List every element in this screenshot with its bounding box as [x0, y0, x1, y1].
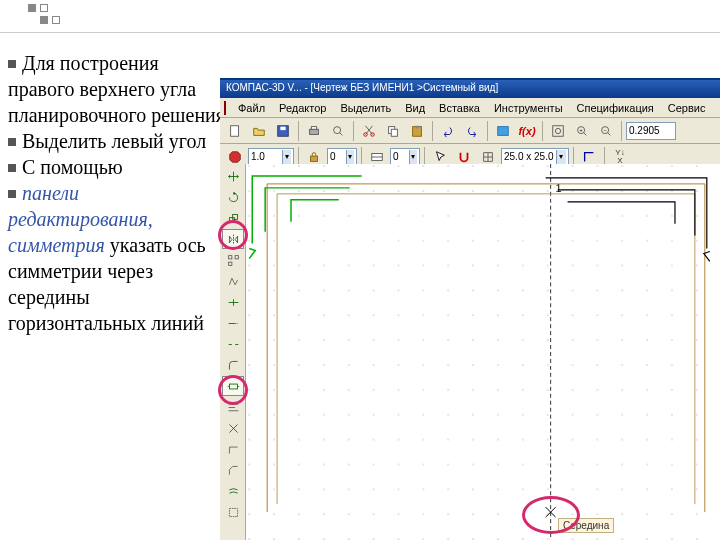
menu-window[interactable]: Ок [713, 100, 720, 116]
redo-button[interactable] [461, 120, 483, 142]
preview-button[interactable] [327, 120, 349, 142]
svg-rect-41 [229, 508, 237, 516]
svg-line-20 [608, 132, 611, 135]
print-button[interactable] [303, 120, 325, 142]
canvas-content: 1 [246, 164, 720, 540]
svg-rect-4 [311, 126, 316, 129]
instruction-text: Для построения правого верхнего угла пла… [8, 50, 228, 336]
copy-array-button[interactable] [222, 250, 244, 270]
equidistant-button[interactable] [222, 481, 244, 501]
trim-button[interactable] [222, 292, 244, 312]
deform-scale-button[interactable] [222, 376, 244, 396]
svg-rect-14 [553, 125, 564, 136]
bullet-2: Выделить левый угол [22, 130, 206, 152]
svg-rect-23 [311, 156, 318, 161]
slide-decoration [0, 0, 180, 40]
menu-view[interactable]: Вид [399, 100, 431, 116]
svg-rect-37 [229, 384, 237, 389]
menu-tools[interactable]: Инструменты [488, 100, 569, 116]
scale-tool-button[interactable] [222, 208, 244, 228]
svg-rect-2 [280, 126, 285, 130]
drawing-canvas[interactable]: 1 [246, 164, 720, 540]
move-button[interactable] [222, 166, 244, 186]
menubar: Файл Редактор Выделить Вид Вставка Инстр… [220, 98, 720, 118]
svg-marker-22 [230, 151, 241, 162]
svg-text:+: + [579, 126, 582, 132]
svg-rect-13 [498, 126, 509, 135]
toolbar-main: f(x) + − [220, 118, 720, 144]
svg-text:−: − [603, 126, 606, 132]
properties-button[interactable] [492, 120, 514, 142]
copy-button[interactable] [382, 120, 404, 142]
grid-combo[interactable]: ▾ [501, 148, 569, 166]
corner-button[interactable] [222, 439, 244, 459]
svg-rect-0 [231, 125, 239, 136]
bullet-3: С помощью [22, 156, 123, 178]
open-button[interactable] [248, 120, 270, 142]
window-titlebar: КОМПАС-3D V... - [Чертеж БЕЗ ИМЕНИ1 >Сис… [220, 80, 720, 98]
step-combo[interactable]: ▾ [327, 148, 357, 166]
layer-combo[interactable]: ▾ [390, 148, 420, 166]
menu-file[interactable]: Файл [232, 100, 271, 116]
fillet-button[interactable] [222, 355, 244, 375]
symmetry-button[interactable] [222, 229, 244, 249]
svg-rect-3 [310, 129, 319, 134]
extend-button[interactable] [222, 313, 244, 333]
app-icon [224, 101, 226, 115]
new-button[interactable] [224, 120, 246, 142]
break-button[interactable] [222, 334, 244, 354]
align-button[interactable] [222, 397, 244, 417]
split-button[interactable] [222, 418, 244, 438]
snap-midpoint-label: Середина [558, 518, 614, 533]
menu-edit[interactable]: Редактор [273, 100, 332, 116]
svg-rect-27 [232, 214, 237, 219]
svg-rect-43 [247, 164, 718, 540]
undo-button[interactable] [437, 120, 459, 142]
cad-app-window: КОМПАС-3D V... - [Чертеж БЕЗ ИМЕНИ1 >Сис… [220, 78, 720, 540]
svg-point-5 [334, 126, 341, 133]
cut-button[interactable] [358, 120, 380, 142]
bullet-1: Для построения правого верхнего угла пла… [8, 52, 225, 126]
svg-point-15 [555, 128, 560, 133]
zoom-in-button[interactable]: + [571, 120, 593, 142]
clip-button[interactable] [222, 502, 244, 522]
svg-rect-10 [391, 129, 397, 136]
svg-rect-26 [229, 217, 234, 222]
svg-rect-29 [235, 255, 238, 258]
menu-spec[interactable]: Спецификация [571, 100, 660, 116]
rotate-button[interactable] [222, 187, 244, 207]
svg-line-17 [584, 132, 587, 135]
menu-service[interactable]: Сервис [662, 100, 712, 116]
edit-toolbar [220, 164, 246, 540]
svg-rect-28 [228, 255, 231, 258]
svg-rect-30 [228, 262, 231, 265]
menu-insert[interactable]: Вставка [433, 100, 486, 116]
zoom-fit-button[interactable] [547, 120, 569, 142]
save-button[interactable] [272, 120, 294, 142]
scale-combo[interactable]: ▾ [248, 148, 294, 166]
deform-button[interactable] [222, 271, 244, 291]
svg-rect-12 [415, 125, 419, 128]
zoom-out-button[interactable]: − [595, 120, 617, 142]
coord-field[interactable] [626, 122, 676, 140]
menu-select[interactable]: Выделить [334, 100, 397, 116]
chamfer-button[interactable] [222, 460, 244, 480]
svg-line-6 [340, 132, 343, 135]
variables-button[interactable]: f(x) [516, 120, 538, 142]
paste-button[interactable] [406, 120, 428, 142]
